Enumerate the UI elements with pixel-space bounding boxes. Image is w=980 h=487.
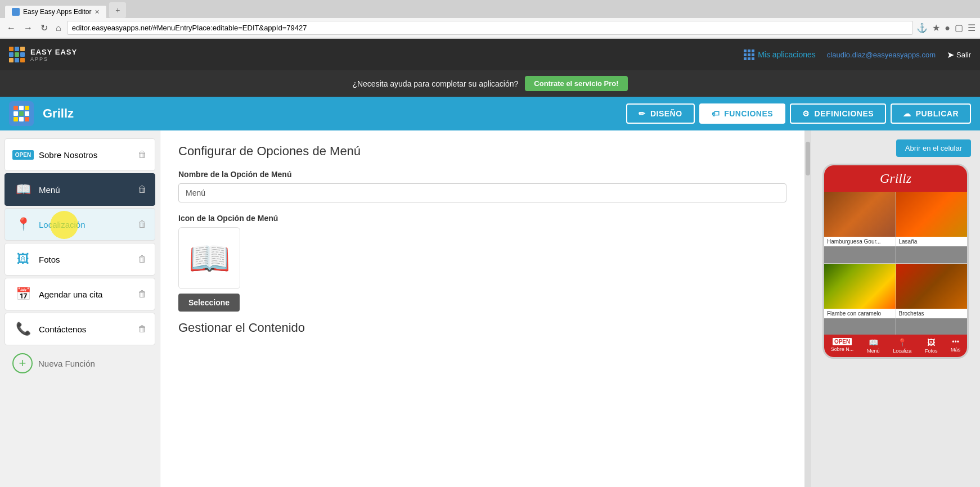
food-label-1: Lasaña: [896, 237, 968, 246]
extensions-icon[interactable]: ⚓: [916, 22, 928, 33]
logo-text: EASY EASY: [30, 48, 77, 56]
phone-nav-fotos-label: Fotos: [925, 348, 938, 354]
sidebar-item-agendar[interactable]: 📅 Agendar una cita 🗑: [5, 278, 155, 310]
food-image-0: [824, 192, 896, 237]
app-toolbar: Grillz ✏ DISEÑO 🏷 FUNCIONES ⚙ DEFINICION…: [0, 97, 980, 130]
localizacion-icon-box: 📍: [13, 214, 33, 235]
menu-delete-icon[interactable]: 🗑: [138, 184, 147, 195]
sidebar: OPEN Sobre Nosotros 🗑 📖 Menú 🗑 📍 Localiz…: [0, 130, 160, 487]
phone-nav-fotos: 🖼 Fotos: [925, 338, 938, 354]
new-function-icon: +: [12, 353, 33, 373]
calendar-icon: 📅: [16, 287, 31, 301]
app-name: Grillz: [43, 106, 74, 121]
app-logo-icon: [14, 106, 29, 121]
phone-frame: Grillz Hamburguesa Gour... Lasaña Flambe…: [822, 164, 969, 359]
menu-icon-box: 📖: [13, 179, 33, 200]
tab-publicar[interactable]: ☁ PUBLICAR: [891, 103, 971, 124]
window-icon[interactable]: ▢: [955, 22, 963, 33]
reload-button[interactable]: ↻: [38, 21, 50, 34]
phone-nav-sobre: OPEN Sobre N...: [831, 338, 854, 354]
logout-icon: ➤: [947, 49, 954, 60]
sidebar-item-menu[interactable]: 📖 Menú 🗑: [5, 173, 155, 206]
app-logo: EASY EASY APPS: [9, 47, 77, 62]
content-area: Configurar de Opciones de Menú Nombre de…: [160, 130, 804, 487]
food-image-3: [896, 264, 968, 309]
app-header: EASY EASY APPS Mis aplicaciones claudio.…: [0, 39, 980, 70]
menu-name-input[interactable]: [178, 183, 786, 202]
logo-sub: APPS: [30, 56, 77, 62]
sidebar-item-sobre-nosotros[interactable]: OPEN Sobre Nosotros 🗑: [5, 138, 155, 171]
back-button[interactable]: ←: [5, 22, 18, 34]
food-image-1: [896, 192, 968, 237]
browser-toolbar: ← → ↻ ⌂ ⚓ ★ ● ▢ ☰: [0, 18, 980, 38]
bookmark-icon[interactable]: ★: [932, 22, 940, 33]
new-function-item[interactable]: + Nueva Función: [5, 348, 155, 379]
diseno-icon: ✏: [639, 109, 646, 118]
funciones-icon: 🏷: [712, 109, 720, 118]
phone-content-grid: Hamburguesa Gour... Lasaña Flambe con ca…: [824, 192, 967, 335]
phone-nav-menu-icon: 📖: [869, 338, 878, 347]
definiciones-icon: ⚙: [802, 109, 810, 118]
new-function-label: Nueva Función: [38, 359, 95, 368]
phone-nav-mas-label: Más: [951, 347, 960, 353]
sidebar-item-contactenos[interactable]: 📞 Contáctenos 🗑: [5, 313, 155, 345]
localizacion-delete-icon[interactable]: 🗑: [138, 219, 147, 229]
logout-button[interactable]: ➤ Salir: [947, 49, 971, 60]
contactenos-label: Contáctenos: [39, 324, 132, 334]
agendar-delete-icon[interactable]: 🗑: [138, 289, 147, 299]
new-tab-button[interactable]: +: [109, 2, 126, 18]
phone-nav-localiza-label: Localiza: [893, 348, 911, 354]
phone-nav-localiza: 📍 Localiza: [893, 338, 911, 354]
sobre-nosotros-icon-box: OPEN: [13, 145, 33, 165]
select-icon-button[interactable]: Seleccione: [178, 294, 240, 312]
content-title: Configurar de Opciones de Menú: [178, 144, 786, 159]
tab-close-button[interactable]: ✕: [95, 8, 100, 16]
agendar-label: Agendar una cita: [39, 290, 132, 299]
promo-cta-button[interactable]: Contrate el servicio Pro!: [525, 76, 627, 91]
funciones-label: FUNCIONES: [724, 109, 773, 118]
mis-aplicaciones-link[interactable]: Mis aplicaciones: [744, 49, 816, 60]
globe-icon[interactable]: ●: [945, 23, 950, 33]
browser-chrome: Easy Easy Apps Editor ✕ + ← → ↻ ⌂ ⚓ ★ ● …: [0, 0, 980, 39]
phone-food-item-2: Flambe con caramelo: [824, 264, 896, 335]
sobre-nosotros-delete-icon[interactable]: 🗑: [138, 150, 147, 160]
scroll-indicator[interactable]: [804, 130, 811, 487]
main-layout: OPEN Sobre Nosotros 🗑 📖 Menú 🗑 📍 Localiz…: [0, 130, 980, 487]
phone-food-item-0: Hamburguesa Gour...: [824, 192, 896, 263]
tab-funciones[interactable]: 🏷 FUNCIONES: [699, 103, 785, 124]
food-label-2: Flambe con caramelo: [824, 309, 896, 318]
phone-food-item-3: Brochetas: [896, 264, 968, 335]
phone-preview: Abrir en el celular Grillz Hamburguesa G…: [811, 130, 980, 487]
definiciones-label: DEFINICIONES: [815, 109, 874, 118]
book-icon: 📖: [16, 182, 31, 197]
open-badge: OPEN: [12, 150, 34, 160]
tab-title: Easy Easy Apps Editor: [23, 8, 91, 16]
phone-icon: 📞: [16, 322, 31, 336]
food-label-0: Hamburguesa Gour...: [824, 237, 896, 246]
tab-diseno[interactable]: ✏ DISEÑO: [626, 103, 694, 124]
fotos-delete-icon[interactable]: 🗑: [138, 254, 147, 264]
tab-definiciones[interactable]: ⚙ DEFINICIONES: [790, 103, 886, 124]
menu-label: Menú: [39, 185, 132, 195]
contactenos-delete-icon[interactable]: 🗑: [138, 324, 147, 334]
scroll-thumb[interactable]: [806, 142, 810, 175]
menu-icon[interactable]: ☰: [968, 22, 975, 33]
phone-app-title: Grillz: [880, 171, 911, 186]
home-button[interactable]: ⌂: [53, 22, 64, 34]
open-in-phone-button[interactable]: Abrir en el celular: [896, 139, 971, 157]
photo-icon: 🖼: [17, 252, 29, 267]
publicar-label: PUBLICAR: [916, 109, 959, 118]
phone-nav-fotos-icon: 🖼: [927, 338, 935, 347]
phone-nav-mas-icon: •••: [952, 338, 959, 346]
sidebar-item-localizacion[interactable]: 📍 Localización 🗑: [5, 208, 155, 241]
icon-section: Icon de la Opción de Menú 📖 Seleccione: [178, 214, 786, 312]
tab-bar: Easy Easy Apps Editor ✕ +: [0, 0, 980, 18]
phone-nav-sobre-label: Sobre N...: [831, 346, 854, 352]
active-tab[interactable]: Easy Easy Apps Editor ✕: [5, 5, 107, 18]
sidebar-item-fotos[interactable]: 🖼 Fotos 🗑: [5, 243, 155, 276]
forward-button[interactable]: →: [21, 22, 35, 34]
contactenos-icon-box: 📞: [13, 319, 33, 339]
phone-header: Grillz: [824, 165, 967, 192]
address-bar[interactable]: [67, 21, 914, 35]
icon-preview-box: 📖: [178, 227, 240, 289]
